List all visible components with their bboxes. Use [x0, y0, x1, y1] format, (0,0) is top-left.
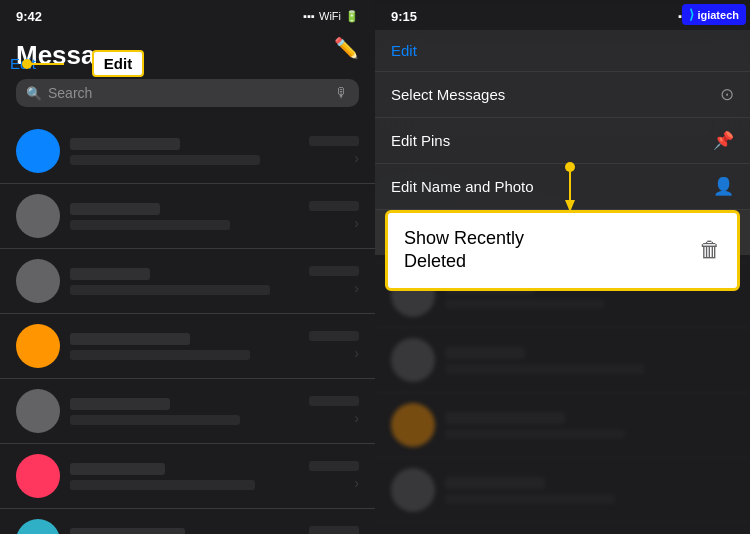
msg-name-5: [70, 398, 170, 410]
msg-name-2: [70, 203, 160, 215]
left-status-icons: ▪▪▪ WiFi 🔋: [303, 10, 359, 23]
search-bar[interactable]: 🔍 Search 🎙: [16, 79, 359, 107]
search-input[interactable]: Search: [48, 85, 329, 101]
edit-pins-label: Edit Pins: [391, 132, 450, 149]
msg-text-1: [70, 155, 260, 165]
msg-content-5: [70, 398, 299, 425]
left-status-bar: 9:42 ▪▪▪ WiFi 🔋: [0, 0, 375, 28]
msg-name-4: [70, 333, 190, 345]
message-item-3[interactable]: ›: [0, 249, 375, 314]
right-bg-item-4: [375, 393, 750, 458]
right-text-5: [445, 494, 615, 504]
avatar-5: [16, 389, 60, 433]
signal-icon: ▪▪▪: [303, 10, 315, 22]
msg-text-3: [70, 285, 270, 295]
battery-icon: 🔋: [345, 10, 359, 23]
annotation-dot-left: [22, 59, 32, 69]
right-bg-item-3: [375, 328, 750, 393]
msg-text-6: [70, 480, 255, 490]
msg-time-3: [309, 266, 359, 276]
message-item-1[interactable]: ›: [0, 119, 375, 184]
right-panel: 9:15 ▪▪▪ WiFi 🔋 Edit Select Messages ⊙ E…: [375, 0, 750, 534]
msg-meta-4: ›: [309, 331, 359, 361]
edit-annotation: Edit Edit: [10, 50, 144, 77]
msg-meta-1: ›: [309, 136, 359, 166]
right-name-4: [445, 412, 565, 424]
checkmark-icon: ⊙: [720, 84, 734, 105]
right-status-time: 9:15: [391, 9, 417, 24]
msg-time-1: [309, 136, 359, 146]
right-avatar-3: [391, 338, 435, 382]
msg-content-3: [70, 268, 299, 295]
dropdown-edit-pins[interactable]: Edit Pins 📌: [375, 118, 750, 164]
logo-text: igiatech: [697, 9, 739, 21]
msg-content-2: [70, 203, 299, 230]
avatar-3: [16, 259, 60, 303]
right-text-4: [445, 429, 625, 439]
dropdown-select-messages[interactable]: Select Messages ⊙: [375, 72, 750, 118]
right-msg-4: [445, 412, 734, 439]
msg-text-4: [70, 350, 250, 360]
msg-meta-7: ›: [309, 526, 359, 534]
msg-time-4: [309, 331, 359, 341]
right-msg-5: [445, 477, 734, 504]
avatar-2: [16, 194, 60, 238]
annotation-arrow-right: [560, 162, 620, 212]
msg-name-7: [70, 528, 185, 535]
highlighted-show-recently-deleted-text: Show RecentlyDeleted: [404, 227, 524, 274]
svg-point-3: [565, 162, 575, 172]
message-item-6[interactable]: ›: [0, 444, 375, 509]
right-avatar-4: [391, 403, 435, 447]
message-item-7[interactable]: TS ›: [0, 509, 375, 534]
msg-meta-2: ›: [309, 201, 359, 231]
avatar-6: [16, 454, 60, 498]
right-text-2: [445, 299, 605, 309]
msg-time-7: [309, 526, 359, 534]
dropdown-edit-label: Edit: [391, 42, 417, 59]
select-messages-label: Select Messages: [391, 86, 505, 103]
chevron-6: ›: [354, 475, 359, 491]
chevron-2: ›: [354, 215, 359, 231]
msg-content-4: [70, 333, 299, 360]
msg-name-3: [70, 268, 150, 280]
logo: ⟩ igiatech: [682, 4, 746, 25]
avatar-1: [16, 129, 60, 173]
highlighted-show-recently-deleted-box: Show RecentlyDeleted 🗑: [385, 210, 740, 291]
left-status-time: 9:42: [16, 9, 42, 24]
chevron-5: ›: [354, 410, 359, 426]
mic-icon: 🎙: [335, 85, 349, 101]
right-name-5: [445, 477, 545, 489]
logo-icon: ⟩: [689, 7, 694, 22]
msg-time-6: [309, 461, 359, 471]
person-icon: 👤: [713, 176, 734, 197]
msg-content-7: [70, 528, 299, 535]
left-panel: 9:42 ▪▪▪ WiFi 🔋 Edit Edit ✏️ Messages 🔍 …: [0, 0, 375, 534]
msg-name-1: [70, 138, 180, 150]
left-header: Edit Edit ✏️: [0, 28, 375, 40]
pin-icon: 📌: [713, 130, 734, 151]
trash-highlight-icon: 🗑: [699, 237, 721, 263]
right-avatar-5: [391, 468, 435, 512]
compose-button[interactable]: ✏️: [334, 36, 359, 60]
msg-content-1: [70, 138, 299, 165]
message-item-5[interactable]: ›: [0, 379, 375, 444]
message-item-4[interactable]: ›: [0, 314, 375, 379]
avatar-4: [16, 324, 60, 368]
msg-name-6: [70, 463, 165, 475]
msg-text-5: [70, 415, 240, 425]
right-msg-3: [445, 347, 734, 374]
msg-meta-5: ›: [309, 396, 359, 426]
msg-text-2: [70, 220, 230, 230]
right-name-3: [445, 347, 525, 359]
message-list: › › ›: [0, 119, 375, 534]
dropdown-edit: Edit: [375, 30, 750, 72]
msg-content-6: [70, 463, 299, 490]
edit-name-photo-label: Edit Name and Photo: [391, 178, 534, 195]
msg-time-2: [309, 201, 359, 211]
message-item-2[interactable]: ›: [0, 184, 375, 249]
search-icon: 🔍: [26, 86, 42, 101]
wifi-icon: WiFi: [319, 10, 341, 22]
msg-time-5: [309, 396, 359, 406]
msg-meta-3: ›: [309, 266, 359, 296]
right-text-3: [445, 364, 645, 374]
